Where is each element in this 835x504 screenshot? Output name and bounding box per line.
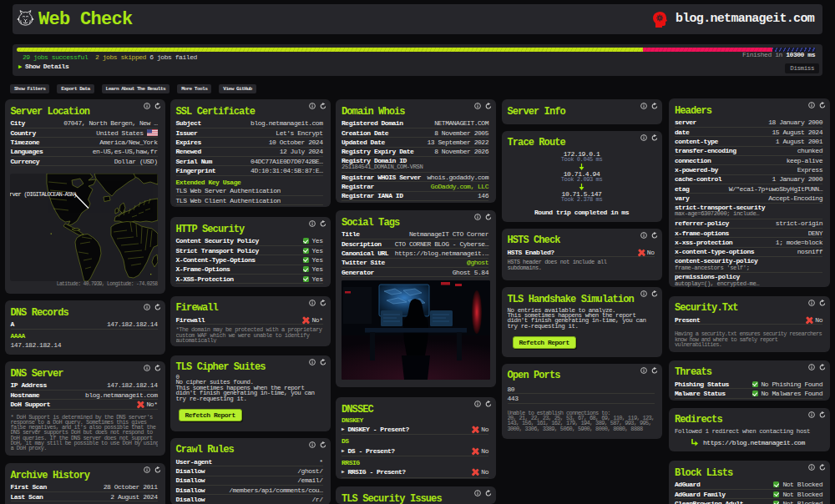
svg-text:rver (DIGITALOCEAN-ASN): rver (DIGITALOCEAN-ASN) (10, 191, 77, 198)
